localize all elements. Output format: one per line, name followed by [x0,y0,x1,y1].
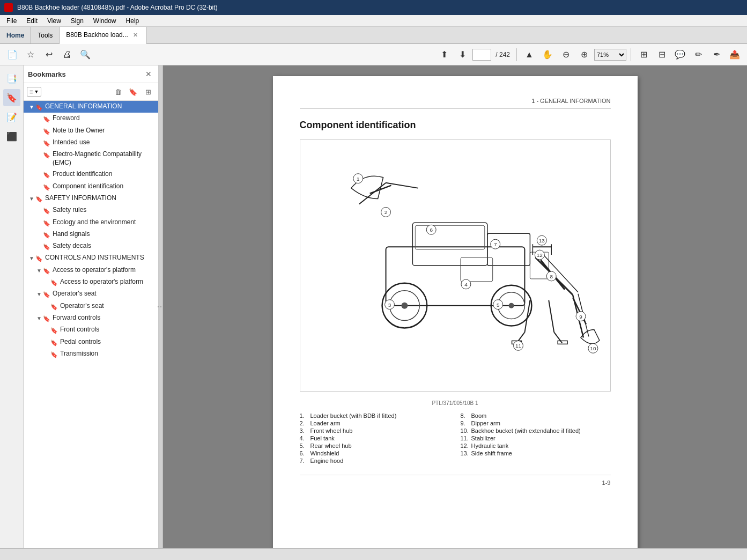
print-button[interactable]: 🖨 [59,47,75,63]
tab-home[interactable]: Home [0,27,31,43]
part-item-6: 6. Windshield [300,450,450,456]
menu-sign[interactable]: Sign [66,16,88,26]
prev-page-button[interactable]: ⬆ [436,47,452,63]
bookmark-transmission[interactable]: 🔖 Transmission [24,348,158,360]
zoom-in-button[interactable]: ⊕ [576,47,592,63]
bookmark-pedal-controls[interactable]: 🔖 Pedal controls [24,336,158,348]
bookmark-toggle-general[interactable]: ▼ [28,104,35,110]
tab-document[interactable]: B80B Backhoe load... ✕ [60,27,146,44]
zoom-out-button[interactable]: ⊖ [558,47,574,63]
find-button[interactable]: 🔍 [77,47,93,63]
new-doc-button[interactable]: 📄 [4,47,20,63]
share-button[interactable]: 📤 [727,47,743,63]
sidebar-signatures-button[interactable]: 📝 [3,108,20,126]
svg-text:4: 4 [464,282,468,288]
page-number-input[interactable]: 17 [472,49,491,61]
bookmarks-panel: Bookmarks ✕ ≡▼ 🗑 🔖 ⊞ ▼ 🔖 GENERAL INFORMA… [24,65,159,548]
sidebar-bookmarks-button[interactable]: 🔖 [3,89,20,106]
sidebar-pages-button[interactable]: 📑 [3,70,20,87]
bookmark-delete-button[interactable]: 🗑 [111,85,125,98]
toolbar: 📄 ☆ ↩ 🖨 🔍 ⬆ ⬇ 17 / 242 ▲ ✋ ⊖ ⊕ 71% 50% 7… [0,44,747,65]
bookmark-icon: 🔖 [43,207,50,215]
bookmark-icon: 🔖 [35,195,43,203]
pdf-header: 1 - GENERAL INFORMATION [300,98,611,109]
bookmark-foreword[interactable]: 🔖 Foreword [24,113,158,124]
menu-view[interactable]: View [43,16,65,26]
pdf-area[interactable]: 1 - GENERAL INFORMATION Component identi… [163,65,747,548]
bookmark-safety-rules[interactable]: 🔖 Safety rules [24,204,158,216]
bookmark-toggle-safety[interactable]: ▼ [28,195,35,202]
tab-tools[interactable]: Tools [31,27,60,43]
next-page-button[interactable]: ⬇ [454,47,470,63]
pdf-footer: 1-9 [300,475,611,486]
bookmark-label-general-info: GENERAL INFORMATION [45,102,156,111]
bookmark-safety-decals[interactable]: 🔖 Safety decals [24,240,158,252]
part-item-4: 4. Fuel tank [300,435,450,441]
fit-page-button[interactable]: ⊞ [635,47,652,63]
bookmark-general-info[interactable]: ▼ 🔖 GENERAL INFORMATION [24,101,158,113]
bookmarks-view-dropdown[interactable]: ≡▼ [27,87,41,97]
bookmark-label-transmission: Transmission [60,350,156,358]
bookmark-icon: 🔖 [43,139,50,147]
sidebar-layers-button[interactable]: ⬛ [3,128,20,145]
bookmark-toggle-controls[interactable]: ▼ [28,255,35,262]
bookmark-label-ecology: Ecology and the environment [53,218,156,227]
part-num-7: 7. [300,458,308,464]
part-item-2: 2. Loader arm [300,420,450,426]
bookmark-note-owner[interactable]: 🔖 Note to the Owner [24,125,158,137]
bookmark-toggle-fwd[interactable]: ▼ [35,315,43,322]
bookmark-access-op-sub[interactable]: 🔖 Access to operator's platform [24,276,158,288]
part-num-13: 13. [461,450,469,456]
bookmark-intended-use[interactable]: 🔖 Intended use [24,137,158,149]
hand-tool-button[interactable]: ✋ [539,47,556,63]
part-label-13: Side shift frame [471,450,512,456]
cursor-tool-button[interactable]: ▲ [521,47,537,63]
bookmark-toggle-access[interactable]: ▼ [35,267,43,274]
menu-edit[interactable]: Edit [22,16,42,26]
bookmark-product-id[interactable]: 🔖 Product identification [24,168,158,180]
bookmark-op-seat[interactable]: ▼ 🔖 Operator's seat [24,288,158,300]
part-item-3: 3. Front wheel hub [300,428,450,434]
pdf-page: 1 - GENERAL INFORMATION Component identi… [273,76,638,548]
reading-mode-button[interactable]: ⊟ [654,47,670,63]
sign-button[interactable]: ✒ [708,47,724,63]
bookmark-icon: 🔖 [43,171,50,179]
part-item-7: 7. Engine hood [300,458,450,464]
bookmark-hand-signals[interactable]: 🔖 Hand signals [24,229,158,240]
bookmark-fwd-controls[interactable]: ▼ 🔖 Forward controls [24,312,158,324]
bookmark-icon: 🔖 [43,183,50,191]
bookmark-ecology[interactable]: 🔖 Ecology and the environment [24,217,158,229]
bookmarks-close-button[interactable]: ✕ [143,69,154,79]
bookmark-toggle-op-seat[interactable]: ▼ [35,291,43,298]
bookmark-front-controls[interactable]: 🔖 Front controls [24,324,158,336]
bookmark-component-id[interactable]: 🔖 Component identification [24,181,158,193]
bookmark-icon: 🔖 [50,327,58,334]
tab-bar: Home Tools B80B Backhoe load... ✕ [0,27,747,44]
part-item-13: 13. Side shift frame [461,450,611,456]
bookmark-safety-info[interactable]: ▼ 🔖 SAFETY INFORMATION [24,193,158,204]
part-label-4: Fuel tank [310,435,335,441]
panel-splitter[interactable]: ⋮ [159,65,163,548]
go-back-button[interactable]: ↩ [41,47,57,63]
svg-point-13 [508,303,514,308]
bookmark-emc[interactable]: 🔖 Electro-Magnetic Compatability (EMC) [24,149,158,168]
bookmark-access-op[interactable]: ▼ 🔖 Access to operator's platform [24,264,158,276]
bookmark-controls[interactable]: ▼ 🔖 CONTROLS AND INSTRUMENTS [24,252,158,264]
zoom-select[interactable]: 71% 50% 75% 100% 125% 150% [594,49,626,61]
bookmark-new-button[interactable]: 🔖 [126,85,140,98]
comment-button[interactable]: 💬 [672,47,688,63]
bookmark-expand-button[interactable]: ⊞ [141,85,155,98]
bookmark-op-seat-sub[interactable]: 🔖 Operator's seat [24,300,158,312]
tab-close-button[interactable]: ✕ [131,31,139,39]
highlight-button[interactable]: ✏ [690,47,706,63]
svg-text:2: 2 [384,209,387,215]
svg-text:1: 1 [357,176,360,182]
app-icon [4,3,13,12]
menu-file[interactable]: File [2,16,21,26]
menu-window[interactable]: Window [89,16,121,26]
bookmark-label-safety-rules: Safety rules [53,206,156,215]
menu-help[interactable]: Help [122,16,144,26]
bookmark-star-button[interactable]: ☆ [23,47,39,63]
part-num-2: 2. [300,420,308,426]
bookmark-label-hand-signals: Hand signals [53,230,156,239]
